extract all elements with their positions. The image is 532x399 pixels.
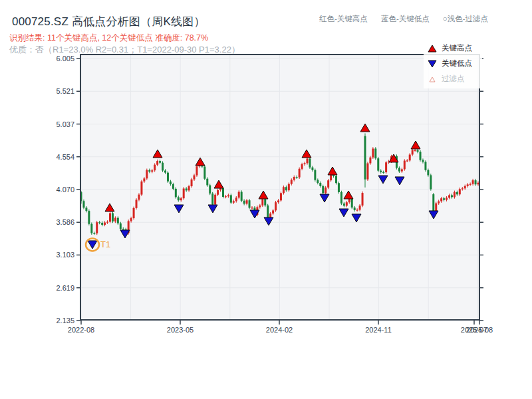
candle-body [183,188,185,198]
candle-body [354,207,356,210]
candle-body [188,186,190,190]
x-tick-label: 2024-11 [365,326,392,334]
candle-body [443,198,445,200]
candle-body [264,199,266,205]
candle-body [93,233,95,234]
candle-body [343,203,345,205]
candle-body [401,169,403,171]
candle-body [414,150,416,151]
candle-body [222,188,224,197]
candle-body [280,193,282,200]
candle-body [314,170,316,180]
candle-body [243,201,245,204]
candle-body [456,192,458,194]
candle-body [338,183,340,192]
candle-body [325,188,327,193]
candle-body [203,167,205,179]
legend-item-filtered: 过滤点 [424,71,482,86]
candle-body [311,168,313,170]
x-tick-label: 2022-08 [68,326,94,334]
candle-body [251,207,253,208]
candle-body [319,183,321,186]
candle-body [143,178,145,181]
candle-body [440,198,442,201]
candle-body [178,197,180,200]
candle-body [122,229,124,229]
candle-body [117,218,119,223]
candle-body [90,224,92,233]
candle-body [275,202,277,210]
candle-body [335,176,337,183]
legend-label: 过滤点 [442,74,465,84]
candle-body [448,196,450,198]
candle-body [140,182,142,195]
candle-body [82,201,84,207]
candle-body [464,186,466,189]
y-tick-label: 3.586 [56,218,74,226]
candle-body [422,160,424,162]
candle-body [409,154,411,160]
legend-label: 关键高点 [442,43,472,53]
candle-body [241,192,243,200]
candle-body [98,222,100,223]
candle-body [291,180,293,184]
candle-body [235,198,237,201]
candle-body [272,210,274,213]
candle-body [382,172,384,173]
quality-metrics-text: 优质：否（R1=23.0% R2=0.31；T1=2022-09-30 P1=3… [9,44,240,56]
candle-body [191,180,193,186]
candle-body [261,199,263,205]
y-tick-label: 5.037 [56,120,74,128]
candle-body [138,195,140,200]
candle-body [454,192,456,198]
candle-body [438,201,440,203]
candle-body [164,171,166,173]
candle-body [151,170,153,172]
x-tick-label: 2023-05 [167,326,194,334]
candle-body [417,150,419,152]
candle-body [404,161,406,170]
candle-body [327,180,329,188]
page-title: 000725.SZ 高低点分析图（周K线图） [12,14,205,29]
candle-body [430,175,432,189]
candle-body [162,163,164,171]
candle-body [180,198,182,200]
candle-body [114,218,116,221]
candle-body [96,222,98,233]
candle-body [206,179,208,186]
candle-body [106,221,108,222]
candle-body [133,208,135,218]
plot-area [80,55,479,320]
candle-body [170,182,172,184]
candle-body [211,194,213,204]
candle-body [167,173,169,182]
app-window: T16.0055.5215.0374.5544.0703.5863.1032.6… [0,0,532,399]
candle-body [374,148,376,158]
candle-body [346,202,348,205]
candle-body [146,170,148,179]
candle-body [285,187,287,190]
candle-body [424,162,426,170]
outline-up-triangle-icon [428,75,437,83]
candle-body [186,188,188,190]
y-tick-label: 2.619 [56,284,74,292]
color-key-note: 红色-关键高点 蓝色-关键低点 ○浅色-过滤点 [319,14,488,24]
candle-body [130,218,132,221]
candle-body [351,198,353,207]
candle-body [469,184,471,185]
candle-body [451,196,453,198]
candle-body [385,162,387,172]
candle-body [366,164,368,180]
candle-body [283,187,285,193]
candle-body [377,158,379,170]
candle-body [288,184,290,191]
candle-body [175,189,177,198]
x-tick-label: 2024-02 [266,326,293,334]
candle-body [412,150,414,154]
red-up-triangle-icon [428,45,437,53]
candle-body [233,201,235,202]
legend-label: 关键低点 [442,59,472,68]
candle-body [296,177,298,178]
candle-body [225,196,227,197]
y-tick-label: 4.554 [56,153,74,161]
